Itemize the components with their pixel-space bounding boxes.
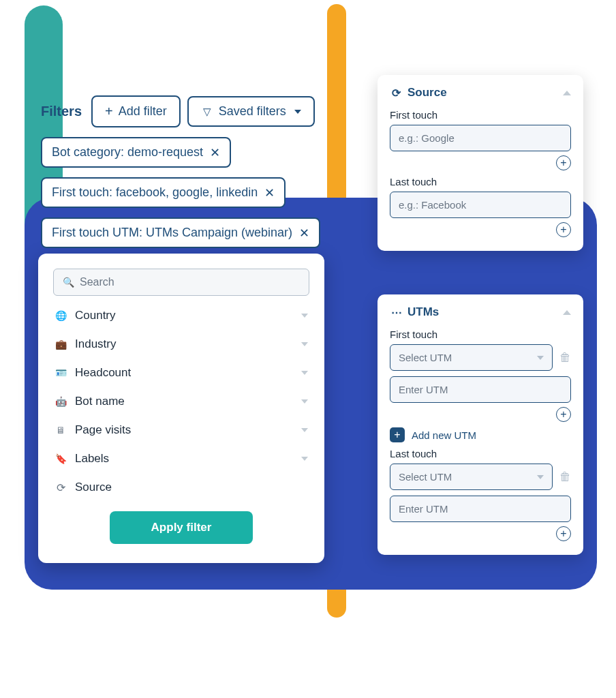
last-touch-label: Last touch (390, 448, 571, 459)
search-input[interactable]: Search (53, 269, 309, 296)
filter-option[interactable]: Country (53, 301, 309, 330)
first-touch-label: First touch (390, 329, 571, 340)
filter-option-label: Headcount (75, 366, 131, 380)
source-icon (390, 87, 402, 99)
filter-option[interactable]: Headcount (53, 359, 309, 387)
utm-first-touch-input[interactable]: Enter UTM (390, 376, 571, 403)
filter-option[interactable]: Labels (53, 444, 309, 473)
last-touch-label: Last touch (390, 176, 571, 187)
orbit-icon (55, 481, 67, 494)
select-placeholder: Select UTM (399, 471, 452, 483)
plus-square-icon: + (390, 427, 405, 442)
utm-last-touch-select[interactable]: Select UTM (390, 464, 553, 490)
search-icon (62, 276, 74, 288)
utms-card: UTMs First touch Select UTM 🗑 Enter UTM … (378, 294, 583, 555)
filter-option-label: Page visits (75, 423, 131, 437)
monitor-icon (55, 424, 67, 436)
filter-option[interactable]: Page visits (53, 416, 309, 444)
chevron-down-icon (301, 342, 308, 346)
filter-option[interactable]: Bot name (53, 387, 309, 416)
filter-option-label: Source (75, 481, 112, 494)
collapse-icon[interactable] (563, 310, 571, 315)
add-utm-last-button[interactable]: + (556, 526, 571, 541)
add-new-utm-label: Add new UTM (412, 429, 476, 441)
utms-icon (390, 306, 402, 318)
filters-header-area: Filters + Add filter Saved filters Bot c… (41, 95, 354, 258)
filter-option[interactable]: Industry (53, 330, 309, 359)
robot-icon (55, 395, 67, 408)
search-placeholder: Search (80, 276, 114, 288)
active-filter-text: Bot category: demo-request (52, 145, 203, 160)
first-touch-label: First touch (390, 109, 571, 121)
chevron-down-icon (301, 314, 308, 318)
active-filter-chip[interactable]: First touch UTM: UTMs Campaign (webinar)… (41, 217, 320, 248)
active-filter-chip[interactable]: First touch: facebook, google, linkedin … (41, 177, 286, 208)
input-placeholder: Enter UTM (399, 503, 448, 515)
utm-last-touch-input[interactable]: Enter UTM (390, 496, 571, 522)
input-placeholder: Enter UTM (399, 384, 448, 395)
chevron-down-icon (301, 371, 308, 375)
chevron-down-icon (301, 428, 308, 432)
saved-filters-label: Saved filters (219, 104, 286, 119)
idcard-icon (55, 367, 67, 379)
funnel-icon (201, 106, 213, 118)
add-last-touch-button[interactable]: + (556, 222, 571, 237)
source-title: Source (407, 86, 447, 100)
filter-options-list: CountryIndustryHeadcountBot namePage vis… (53, 301, 309, 502)
filters-heading: Filters (41, 104, 84, 119)
briefcase-icon (55, 338, 67, 350)
chevron-down-icon (537, 356, 544, 360)
close-icon[interactable]: ✕ (210, 147, 220, 159)
active-filter-text: First touch UTM: UTMs Campaign (webinar) (52, 226, 292, 240)
filter-option-label: Industry (75, 337, 116, 351)
chevron-down-icon (301, 457, 308, 461)
chevron-down-icon (537, 475, 544, 479)
select-placeholder: Select UTM (399, 352, 452, 363)
add-filter-button[interactable]: + Add filter (91, 95, 181, 127)
add-filter-label: Add filter (119, 104, 167, 119)
saved-filters-button[interactable]: Saved filters (187, 96, 315, 127)
apply-filter-button[interactable]: Apply filter (110, 511, 253, 544)
source-last-touch-input[interactable]: e.g.: Facebook (390, 192, 571, 218)
close-icon[interactable]: ✕ (299, 227, 309, 239)
active-filter-chip[interactable]: Bot category: demo-request ✕ (41, 137, 231, 168)
filter-option-label: Bot name (75, 395, 125, 408)
filter-option[interactable]: Source (53, 473, 309, 502)
collapse-icon[interactable] (563, 91, 571, 95)
filter-option-label: Country (75, 309, 116, 322)
source-card: Source First touch e.g.: Google + Last t… (378, 75, 583, 251)
chevron-down-icon (301, 399, 308, 404)
trash-icon[interactable]: 🗑 (559, 470, 571, 484)
active-filter-text: First touch: facebook, google, linkedin (52, 185, 258, 200)
utms-title: UTMs (407, 305, 439, 319)
source-first-touch-input[interactable]: e.g.: Google (390, 125, 571, 151)
filter-picker-panel: Search CountryIndustryHeadcountBot nameP… (38, 254, 324, 563)
trash-icon[interactable]: 🗑 (559, 351, 571, 365)
filter-option-label: Labels (75, 452, 109, 466)
input-placeholder: e.g.: Google (399, 132, 455, 144)
add-first-touch-button[interactable]: + (556, 155, 571, 170)
tag-icon (55, 453, 67, 465)
chevron-down-icon (294, 110, 301, 114)
add-new-utm-button[interactable]: + Add new UTM (390, 427, 571, 442)
input-placeholder: e.g.: Facebook (399, 199, 466, 211)
globe-icon (55, 309, 67, 322)
close-icon[interactable]: ✕ (264, 187, 275, 199)
add-utm-first-button[interactable]: + (556, 407, 571, 422)
plus-icon: + (105, 104, 113, 119)
utm-first-touch-select[interactable]: Select UTM (390, 344, 553, 371)
